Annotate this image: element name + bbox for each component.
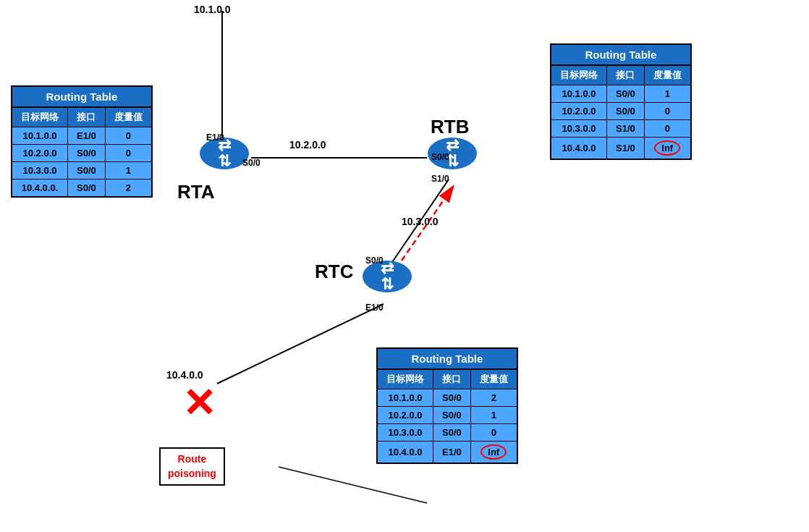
blocked-route-icon: ✕ bbox=[182, 384, 216, 423]
rtb-col3-header: 度量值 bbox=[644, 65, 691, 85]
rtb-table-title: Routing Table bbox=[550, 43, 692, 64]
network-label-down: 10.4.0.0 bbox=[166, 369, 203, 381]
svg-line-4 bbox=[217, 304, 384, 384]
rtb-label: RTB bbox=[431, 116, 469, 138]
rtb-s0-label: S0/0 bbox=[431, 152, 449, 162]
rta-table-title: Routing Table bbox=[11, 85, 153, 106]
table-row: 10.1.0.0 S0/0 2 bbox=[377, 389, 517, 407]
rtc-label: RTC bbox=[315, 261, 353, 283]
rtc-s0-label: S0/0 bbox=[365, 256, 384, 266]
svg-line-6 bbox=[279, 467, 427, 503]
rtb-s1-label: S1/0 bbox=[431, 174, 449, 184]
rtb-last-row: 10.4.0.0 S1/0 Inf bbox=[551, 138, 691, 160]
routing-table-rtb: Routing Table 目标网络 接口 度量值 10.1.0.0 S0/0 … bbox=[550, 43, 692, 160]
route-poisoning-box: Routepoisoning bbox=[159, 447, 225, 486]
routing-table-rta: Routing Table 目标网络 接口 度量值 10.1.0.0 E1/0 … bbox=[11, 85, 153, 198]
table-row: 10.1.0.0 E1/0 0 bbox=[12, 127, 152, 145]
network-label-link: 10.3.0.0 bbox=[402, 216, 439, 227]
rtb-col2-header: 接口 bbox=[607, 65, 645, 85]
rtc-col1-header: 目标网络 bbox=[377, 369, 433, 389]
routing-table-rtc: Routing Table 目标网络 接口 度量值 10.1.0.0 S0/0 … bbox=[376, 347, 518, 464]
table-row: 10.2.0.0 S0/0 0 bbox=[12, 145, 152, 162]
rtc-table-title: Routing Table bbox=[376, 347, 518, 368]
table-row: 10.2.0.0 S0/0 1 bbox=[377, 407, 517, 424]
table-row: 10.3.0.0 S1/0 0 bbox=[551, 120, 691, 138]
rta-col1-header: 目标网络 bbox=[12, 107, 68, 127]
network-label-top: 10.1.0.0 bbox=[194, 4, 231, 15]
network-label-middle: 10.2.0.0 bbox=[289, 139, 326, 151]
rtc-col2-header: 接口 bbox=[433, 369, 471, 389]
rtc-col3-header: 度量值 bbox=[470, 369, 517, 389]
table-row: 10.3.0.0 S0/0 1 bbox=[12, 162, 152, 180]
table-row: 10.4.0.0. S0/0 2 bbox=[12, 180, 152, 198]
rta-e1-label: E1/0 bbox=[206, 132, 224, 143]
rta-col3-header: 度量值 bbox=[105, 107, 152, 127]
rta-s0-label: S0/0 bbox=[242, 158, 261, 168]
rta-label: RTA bbox=[177, 181, 215, 203]
rta-col2-header: 接口 bbox=[68, 107, 106, 127]
rtb-col1-header: 目标网络 bbox=[551, 65, 607, 85]
router-rtc: ⇄⇅ ROUTER bbox=[362, 261, 412, 300]
table-row: 10.3.0.0 S0/0 0 bbox=[377, 424, 517, 442]
table-row: 10.2.0.0 S0/0 0 bbox=[551, 103, 691, 120]
rtc-last-row: 10.4.0.0 E1/0 Inf bbox=[377, 442, 517, 464]
table-row: 10.1.0.0 S0/0 1 bbox=[551, 85, 691, 103]
rtc-e1-label: E1/0 bbox=[365, 303, 384, 313]
